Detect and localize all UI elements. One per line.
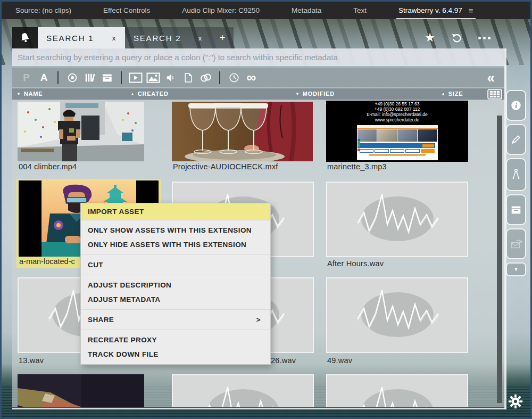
scrollbar-thumb[interactable] <box>497 102 502 116</box>
asset-label: 26.wav <box>271 356 296 365</box>
sort-asc-icon: ▲ <box>441 92 446 96</box>
menu-item-share[interactable]: SHARE > <box>81 313 270 327</box>
menu-item-only-hide-extension[interactable]: ONLY HIDE ASSETS WITH THIS EXTENSION <box>81 237 270 252</box>
submenu-arrow-icon: > <box>256 316 261 324</box>
bell-icon <box>18 30 32 45</box>
art-text-line: E-mail: info@sprecherdatei.de <box>326 112 468 117</box>
tab-search-2[interactable]: SEARCH 2 x <box>125 27 211 48</box>
scrollbar-track[interactable] <box>497 102 502 403</box>
menu-item-track-down-file[interactable]: TRACK DOWN FILE <box>81 347 270 362</box>
svg-text:i: i <box>515 102 517 110</box>
disc-filter-button[interactable] <box>63 70 81 86</box>
panel-tab-label: Audio Clip Mixer: C9250 <box>182 6 260 14</box>
asset-tile-partial-audio-1[interactable] <box>172 374 314 407</box>
art-text-line: +49 (0)30 26 55 17 63 <box>326 101 468 106</box>
art-text-line: +49 (0)30 692 007 112 <box>326 106 468 112</box>
asset-label: marinette_3.mp3 <box>327 162 387 171</box>
column-header-name[interactable]: ▼ NAME <box>16 91 43 97</box>
column-header-created[interactable]: ▲ CREATED <box>130 91 169 97</box>
sort-asc-icon: ▲ <box>130 92 135 96</box>
expand-sidebar-button[interactable]: ▼ <box>506 262 526 276</box>
waveform-placeholder-icon <box>193 379 294 407</box>
plus-icon: + <box>220 32 226 44</box>
collapse-toolbar-button[interactable]: « <box>487 71 499 85</box>
asset-tile-projective-audiocheck[interactable] <box>172 102 313 163</box>
column-label: NAME <box>24 91 43 97</box>
refresh-icon[interactable] <box>451 32 462 44</box>
library-icon <box>84 72 96 84</box>
close-tab-icon[interactable]: x <box>198 34 203 42</box>
proxy-filter-button[interactable]: P <box>18 70 35 86</box>
all-time-filter-button[interactable]: ∞ <box>243 70 260 86</box>
panel-tab-bar: Source: (no clips) Effect Controls Audio… <box>2 2 530 19</box>
thumbnail-dark-movie-frame <box>18 374 144 407</box>
close-tab-icon[interactable]: x <box>112 34 117 42</box>
grid-view-button[interactable] <box>487 89 502 101</box>
hamburger-icon[interactable]: ≡ <box>469 6 473 15</box>
website-screenshot-art <box>357 125 438 160</box>
link-filter-button[interactable] <box>197 70 214 86</box>
panel-tab-audio-clip-mixer[interactable]: Audio Clip Mixer: C9250 <box>182 2 260 19</box>
archive-filter-button[interactable] <box>98 70 116 86</box>
menu-item-adjust-metadata[interactable]: ADJUST METADATA <box>81 292 270 307</box>
sort-desc-icon: ▼ <box>295 92 300 96</box>
document-filter-button[interactable] <box>179 70 197 86</box>
panel-tab-label: Source: (no clips) <box>15 6 71 14</box>
recent-filter-button[interactable] <box>225 70 243 86</box>
panel-tab-effect-controls[interactable]: Effect Controls <box>103 2 150 19</box>
menu-group: ADJUST DESCRIPTION ADJUST METADATA <box>81 275 270 309</box>
image-filter-button[interactable] <box>144 70 162 86</box>
pencil-icon <box>510 134 522 145</box>
panel-tab-text[interactable]: Text <box>353 2 367 19</box>
asset-tile-49-wav[interactable] <box>326 277 468 353</box>
tool-sidebar: i <box>506 90 527 280</box>
menu-group: IMPORT ASSET <box>81 203 270 220</box>
favorites-star-button[interactable]: ★ <box>425 32 435 44</box>
compass-icon <box>510 168 522 181</box>
asset-tile-partial-video[interactable] <box>18 374 144 407</box>
info-button[interactable]: i <box>506 90 526 121</box>
menu-group: CUT <box>81 254 270 275</box>
tab-search-1[interactable]: SEARCH 1 x <box>38 27 125 48</box>
archive-button[interactable] <box>506 194 526 225</box>
double-chevron-left-icon: « <box>487 70 495 86</box>
panel-tab-strawberry[interactable]: Strawberry v. 6.4.97 ≡ <box>398 2 473 19</box>
app-window: Source: (no clips) Effect Controls Audio… <box>0 0 532 419</box>
panel-tab-metadata[interactable]: Metadata <box>292 2 321 19</box>
asset-tile-after-hours[interactable] <box>326 182 468 257</box>
column-header-size[interactable]: ▲ SIZE <box>441 91 463 97</box>
waveform-placeholder-icon <box>347 379 448 407</box>
asset-filter-button[interactable]: A <box>35 70 53 86</box>
search-input[interactable] <box>12 48 504 66</box>
menu-item-cut[interactable]: CUT <box>81 258 270 272</box>
asset-tile-climber[interactable] <box>18 102 144 163</box>
asset-label: 49.wav <box>327 356 352 365</box>
menu-item-recreate-proxy[interactable]: RECREATE PROXY <box>81 333 270 347</box>
column-header-modified[interactable]: ▼ MODIFIED <box>295 91 335 97</box>
add-search-tab-button[interactable]: + <box>211 27 234 48</box>
share-envelope-icon <box>510 238 522 250</box>
link-rings-icon <box>197 70 214 85</box>
panel-tab-source[interactable]: Source: (no clips) <box>15 2 71 19</box>
archive-box-icon <box>101 72 113 84</box>
menu-item-only-show-extension[interactable]: ONLY SHOW ASSETS WITH THIS EXTENSION <box>81 223 270 237</box>
tab-label: SEARCH 2 <box>134 34 181 43</box>
grid-view-icon <box>487 89 502 100</box>
notifications-button[interactable] <box>12 27 38 48</box>
more-options-button[interactable] <box>478 37 491 39</box>
inactive-tab-strip: SEARCH 2 x + <box>125 27 234 48</box>
audio-filter-button[interactable] <box>162 70 179 86</box>
menu-item-import-asset[interactable]: IMPORT ASSET <box>81 203 270 220</box>
settings-gear-button[interactable] <box>508 393 523 412</box>
tools-button[interactable] <box>506 158 526 191</box>
asset-tile-marinette[interactable]: +49 (0)30 26 55 17 63 +49 (0)30 692 007 … <box>326 101 468 162</box>
menu-item-adjust-description[interactable]: ADJUST DESCRIPTION <box>81 278 270 292</box>
asset-tile-partial-audio-2[interactable] <box>326 374 468 407</box>
video-filter-button[interactable] <box>127 70 144 86</box>
record-disc-icon <box>66 72 78 84</box>
tab-label: SEARCH 1 <box>46 34 94 43</box>
thumbnail-climber-video <box>18 102 144 161</box>
library-filter-button[interactable] <box>81 70 98 86</box>
edit-button[interactable] <box>506 124 526 155</box>
share-button[interactable] <box>506 228 526 259</box>
